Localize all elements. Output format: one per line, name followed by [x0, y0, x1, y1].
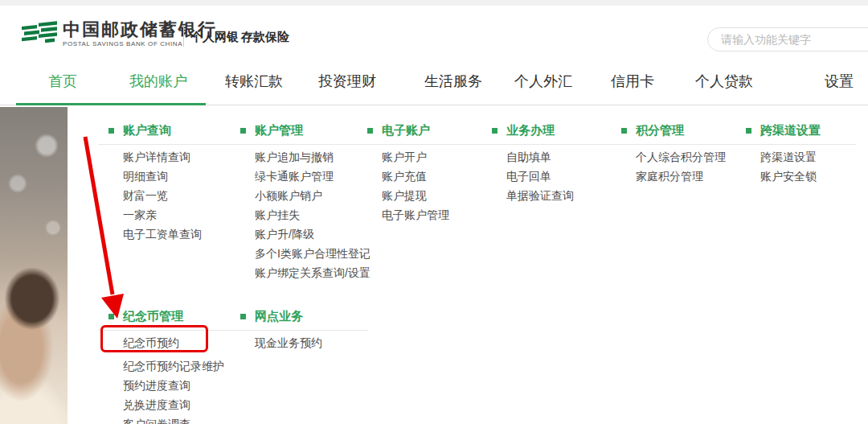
- group-title: 业务办理: [506, 123, 555, 138]
- page: 中国邮政储蓄银行 POSTAL SAVINGS BANK OF CHINA 个人…: [0, 0, 868, 424]
- menu-item[interactable]: 账户追加与撤销: [255, 147, 371, 167]
- nav-item-settings[interactable]: 设置: [825, 72, 854, 91]
- search-input[interactable]: [708, 28, 868, 51]
- menu-group-electronic-account: 电子账户 账户开户 账户充值 账户提现 电子账户管理: [367, 122, 495, 224]
- bullet-icon: [108, 128, 114, 134]
- menu-group-account-management: 账户管理 账户追加与撤销 绿卡通账户管理 小额账户销户 账户挂失 账户升/降级 …: [240, 122, 371, 282]
- menu-item[interactable]: 明细查询: [123, 167, 236, 186]
- group-title: 账户管理: [255, 123, 303, 138]
- bullet-icon: [367, 128, 373, 134]
- menu-group-points-management: 积分管理 个人综合积分管理 家庭积分管理: [621, 122, 749, 186]
- group-header[interactable]: 账户查询: [108, 122, 236, 138]
- menu-group-branch-business: 网点业务 现金业务预约: [240, 308, 368, 352]
- bank-logo[interactable]: 中国邮政储蓄银行 POSTAL SAVINGS BANK OF CHINA: [21, 19, 217, 49]
- nav-item-personal-forex[interactable]: 个人外汇: [514, 72, 572, 91]
- menu-item[interactable]: 绿卡通账户管理: [255, 167, 371, 186]
- group-header[interactable]: 跨渠道设置: [746, 122, 856, 138]
- menu-item[interactable]: 个人综合积分管理: [636, 147, 749, 167]
- menu-group-commemorative-coin: 纪念币管理 纪念币预约 纪念币预约记录维护 预约进度查询 兑换进度查询 客户问卷…: [108, 308, 236, 424]
- nav-item-credit-card[interactable]: 信用卡: [611, 72, 654, 91]
- menu-item[interactable]: 单据验证查询: [506, 186, 620, 205]
- bullet-icon: [621, 128, 627, 134]
- divider: [735, 144, 856, 145]
- group-title: 跨渠道设置: [760, 123, 821, 138]
- group-header[interactable]: 纪念币管理: [108, 308, 236, 324]
- divider: [98, 330, 236, 331]
- menu-item[interactable]: 账户开户: [382, 147, 495, 167]
- menu-item[interactable]: 账户详情查询: [123, 147, 236, 167]
- bullet-icon: [240, 128, 246, 134]
- nav-item-personal-loan[interactable]: 个人贷款: [695, 72, 753, 91]
- menu-item[interactable]: 账户安全锁: [760, 167, 856, 186]
- psbc-logo-icon: [21, 19, 58, 49]
- nav-item-investment[interactable]: 投资理财: [318, 72, 376, 91]
- group-title: 积分管理: [636, 123, 684, 138]
- menu-item[interactable]: 兑换进度查询: [123, 395, 236, 414]
- divider: [357, 144, 495, 145]
- menu-item[interactable]: 客户问卷调查: [123, 414, 236, 424]
- group-title: 电子账户: [382, 123, 430, 138]
- menu-item[interactable]: 电子回单: [506, 167, 620, 186]
- menu-item[interactable]: 一家亲: [123, 205, 236, 224]
- divider: [230, 144, 368, 145]
- header-link-deposit-insurance[interactable]: 存款保险: [241, 30, 289, 45]
- menu-group-cross-channel-settings: 跨渠道设置 跨渠道设置 账户安全锁: [746, 122, 856, 186]
- divider: [611, 144, 749, 145]
- group-title: 网点业务: [255, 309, 303, 324]
- bullet-icon: [240, 314, 246, 319]
- header-link-personal-ebank[interactable]: 个人网银: [190, 30, 239, 45]
- group-header[interactable]: 业务办理: [492, 122, 620, 138]
- menu-item[interactable]: 小额账户销户: [255, 186, 371, 205]
- bullet-icon: [108, 314, 114, 319]
- menu-item[interactable]: 多个I类账户合理性登记: [255, 244, 371, 263]
- menu-item[interactable]: 账户提现: [382, 186, 495, 205]
- menu-item-coin-reservation[interactable]: 纪念币预约: [123, 333, 236, 352]
- menu-item[interactable]: 账户挂失: [255, 205, 371, 224]
- group-header[interactable]: 网点业务: [240, 308, 368, 324]
- menu-item[interactable]: 纪念币预约记录维护: [123, 356, 236, 376]
- menu-item[interactable]: 家庭积分管理: [636, 167, 749, 186]
- menu-item[interactable]: 电子工资单查询: [123, 224, 236, 244]
- bullet-icon: [492, 128, 497, 134]
- divider: [230, 330, 368, 331]
- group-header[interactable]: 电子账户: [367, 122, 495, 138]
- search-box[interactable]: [707, 27, 868, 51]
- menu-item[interactable]: 账户充值: [382, 167, 495, 186]
- site-header: 中国邮政储蓄银行 POSTAL SAVINGS BANK OF CHINA 个人…: [0, 6, 868, 58]
- nav-item-my-account[interactable]: 我的账户: [129, 72, 187, 91]
- menu-item[interactable]: 账户绑定关系查询/设置: [255, 263, 371, 282]
- divider: [481, 144, 620, 145]
- nav-item-home[interactable]: 首页: [48, 72, 77, 91]
- menu-item[interactable]: 财富一览: [123, 186, 236, 205]
- group-title: 纪念币管理: [123, 309, 183, 324]
- menu-item[interactable]: 自助填单: [506, 147, 620, 167]
- nav-item-life-services[interactable]: 生活服务: [424, 72, 482, 91]
- divider: [98, 144, 236, 145]
- menu-item[interactable]: 预约进度查询: [123, 376, 236, 395]
- menu-item[interactable]: 电子账户管理: [382, 205, 495, 224]
- group-header[interactable]: 积分管理: [621, 122, 749, 138]
- menu-group-business-handling: 业务办理 自助填单 电子回单 单据验证查询: [492, 122, 620, 205]
- menu-group-account-inquiry: 账户查询 账户详情查询 明细查询 财富一览 一家亲 电子工资单查询: [108, 122, 236, 244]
- bullet-icon: [746, 128, 751, 134]
- top-strip: [0, 0, 868, 6]
- menu-item[interactable]: 现金业务预约: [255, 333, 368, 352]
- group-title: 账户查询: [123, 123, 171, 138]
- nav-item-transfer[interactable]: 转账汇款: [225, 72, 283, 91]
- main-nav: 首页 我的账户 转账汇款 投资理财 生活服务 个人外汇 信用卡 个人贷款 设置: [0, 58, 868, 105]
- menu-item[interactable]: 账户升/降级: [255, 224, 371, 244]
- background-photo: [0, 107, 68, 424]
- menu-item[interactable]: 跨渠道设置: [760, 147, 856, 167]
- group-header[interactable]: 账户管理: [240, 122, 371, 138]
- divider: [183, 26, 184, 47]
